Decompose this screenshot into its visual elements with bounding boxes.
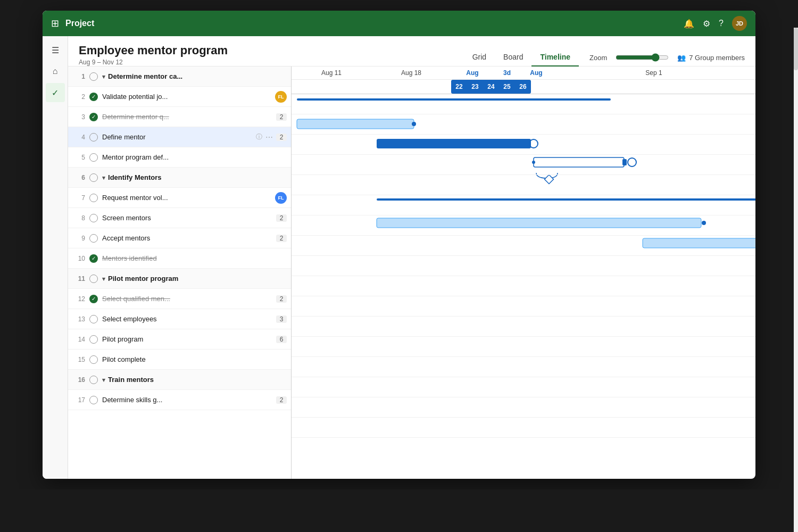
task-status[interactable] xyxy=(88,194,99,202)
table-row[interactable]: 8Screen mentors2 xyxy=(68,208,291,228)
task-name: Screen mentors xyxy=(102,214,273,222)
task-status[interactable] xyxy=(88,153,99,162)
table-row[interactable]: 11▾ Pilot mentor program xyxy=(68,269,291,289)
task-status[interactable] xyxy=(88,376,99,384)
task-status[interactable] xyxy=(88,72,99,81)
table-row[interactable]: 6▾ Identify Mentors xyxy=(68,168,291,188)
gantt-row xyxy=(292,276,755,296)
gantt-row xyxy=(292,418,755,438)
table-row[interactable]: 12✓Select qualified men...2 xyxy=(68,289,291,309)
row-number: 16 xyxy=(72,376,85,384)
caret-icon: ▾ xyxy=(102,377,107,383)
task-name: Determine skills g... xyxy=(102,396,273,404)
date-24: 24 xyxy=(483,80,499,94)
task-status[interactable] xyxy=(88,133,99,142)
table-row[interactable]: 7Request mentor vol...FL xyxy=(68,188,291,208)
task-status[interactable]: ✓ xyxy=(88,295,99,303)
group-members-icon: 👥 xyxy=(677,54,686,62)
task-name: Accept mentors xyxy=(102,234,273,242)
caret-icon: ▾ xyxy=(102,276,107,282)
project-title-section: Employee mentor program Aug 9 – Nov 12 xyxy=(79,44,464,66)
task-status[interactable]: ✓ xyxy=(88,113,99,121)
gantt-row xyxy=(292,215,755,236)
bell-icon[interactable]: 🔔 xyxy=(684,19,694,29)
task-status[interactable]: ✓ xyxy=(88,254,99,263)
info-icon[interactable]: ⓘ xyxy=(256,132,262,142)
table-row[interactable]: 4Define mentorⓘ⋯2 xyxy=(68,127,291,147)
table-row[interactable]: 13Select employees3 xyxy=(68,309,291,329)
row-number: 14 xyxy=(72,336,85,343)
table-row[interactable]: 15Pilot complete xyxy=(68,350,291,370)
project-title: Employee mentor program xyxy=(79,44,464,57)
sidebar-home-icon[interactable]: ⌂ xyxy=(46,62,65,81)
project-dates: Aug 9 – Nov 12 xyxy=(79,59,464,66)
more-icon[interactable]: ⋯ xyxy=(265,133,273,142)
date-aug-right: Aug xyxy=(520,69,552,77)
date-aug11: Aug 11 xyxy=(292,69,371,77)
task-status[interactable] xyxy=(88,396,99,404)
table-row[interactable]: 5Mentor program def... xyxy=(68,147,291,168)
content-area: Employee mentor program Aug 9 – Nov 12 G… xyxy=(68,36,755,479)
group-members-label[interactable]: 7 Group members xyxy=(689,54,745,62)
check-done-icon: ✓ xyxy=(89,295,98,303)
task-status[interactable] xyxy=(88,315,99,323)
task-status[interactable]: ✓ xyxy=(88,93,99,101)
task-status[interactable] xyxy=(88,275,99,283)
task-name: Mentors identified xyxy=(102,254,287,262)
row-number: 15 xyxy=(72,356,85,363)
table-row[interactable]: 10✓Mentors identified xyxy=(68,248,291,269)
tab-timeline[interactable]: Timeline xyxy=(531,48,579,66)
row-number: 9 xyxy=(72,235,85,242)
sidebar-check-icon[interactable]: ✓ xyxy=(46,83,65,102)
table-row[interactable]: 2✓Validate potential jo...FL xyxy=(68,87,291,107)
zoom-slider[interactable] xyxy=(616,53,669,62)
task-status[interactable] xyxy=(88,335,99,344)
task-name: Validate potential jo... xyxy=(102,93,272,101)
date-aug18: Aug 18 xyxy=(371,69,451,77)
gantt-row xyxy=(292,377,755,397)
task-count: 2 xyxy=(276,134,287,141)
table-row[interactable]: 17Determine skills g...2 xyxy=(68,390,291,410)
gantt-dates-bottom: 22 23 24 25 26 xyxy=(292,80,755,94)
waffle-icon[interactable]: ⊞ xyxy=(51,18,59,29)
check-empty-icon xyxy=(89,335,98,344)
table-row[interactable]: 3✓Determine mentor q...2 xyxy=(68,107,291,127)
gantt-row xyxy=(292,317,755,337)
project-header: Employee mentor program Aug 9 – Nov 12 G… xyxy=(68,36,755,66)
task-status[interactable] xyxy=(88,214,99,222)
task-status[interactable] xyxy=(88,234,99,243)
task-table: 1▾ Determine mentor ca...2✓Validate pote… xyxy=(68,66,292,479)
group-members-section: 👥 7 Group members xyxy=(677,54,745,62)
table-row[interactable]: 1▾ Determine mentor ca... xyxy=(68,66,291,87)
check-empty-icon xyxy=(89,153,98,162)
task-count: 2 xyxy=(276,235,287,242)
main-layout: ☰ ⌂ ✓ Employee mentor program Aug 9 – No… xyxy=(43,36,755,479)
task-status[interactable] xyxy=(88,173,99,182)
task-name: Select employees xyxy=(102,315,273,323)
top-bar: ⊞ Project 🔔 ⚙ ? JD xyxy=(43,11,755,36)
check-empty-icon xyxy=(89,275,98,283)
gantt-row xyxy=(292,296,755,317)
task-count: 2 xyxy=(276,295,287,303)
app-title: Project xyxy=(65,19,684,28)
tab-board[interactable]: Board xyxy=(495,48,531,66)
check-empty-icon xyxy=(89,234,98,243)
tab-grid[interactable]: Grid xyxy=(464,48,495,66)
help-icon[interactable]: ? xyxy=(719,19,724,28)
table-row[interactable]: 16▾ Train mentors xyxy=(68,370,291,390)
task-name: Determine mentor q... xyxy=(102,113,273,121)
sidebar-menu-icon[interactable]: ☰ xyxy=(46,40,65,60)
check-empty-icon xyxy=(89,214,98,222)
task-status[interactable] xyxy=(88,355,99,364)
check-empty-icon xyxy=(89,376,98,384)
date-3d-group: 3d xyxy=(494,69,520,77)
check-empty-icon xyxy=(89,173,98,182)
date-23: 23 xyxy=(467,80,483,94)
avatar[interactable]: JD xyxy=(732,16,747,31)
gantt-row xyxy=(292,357,755,377)
row-number: 17 xyxy=(72,396,85,404)
settings-icon[interactable]: ⚙ xyxy=(703,19,710,29)
task-name: Select qualified men... xyxy=(102,295,273,303)
table-row[interactable]: 14Pilot program6 xyxy=(68,329,291,350)
table-row[interactable]: 9Accept mentors2 xyxy=(68,228,291,248)
